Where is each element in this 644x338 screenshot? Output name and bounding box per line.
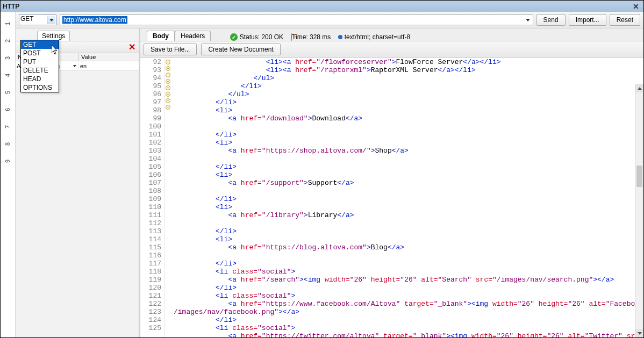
response-tabs: Body Headers ✓ Status: 200 OK Time: 328 … [140, 28, 643, 41]
check-icon: ✓ [230, 33, 238, 41]
http-method-value: GET [20, 15, 34, 23]
import-button[interactable]: Import... [569, 14, 606, 26]
window-titlebar: HTTP ✕ [1, 1, 643, 12]
scroll-up-icon[interactable] [635, 84, 643, 92]
url-text: http://www.altova.com [62, 16, 127, 24]
method-option-get[interactable]: GET [21, 40, 59, 49]
send-button[interactable]: Send [536, 14, 566, 26]
vtab-1[interactable]: 1 [5, 22, 11, 25]
vtab-7[interactable]: 7 [5, 125, 11, 128]
code-content[interactable]: <li><a href="/flowforceserver">FlowForce… [171, 58, 643, 337]
vtab-8[interactable]: 8 [5, 142, 11, 146]
vtab-9[interactable]: 9 [5, 160, 11, 163]
response-panel: Body Headers ✓ Status: 200 OK Time: 328 … [140, 28, 643, 337]
http-method-select[interactable]: GET [19, 15, 56, 25]
close-icon[interactable]: ✕ [631, 2, 641, 11]
content-type-badge: text/html; charset=utf-8 [338, 33, 410, 41]
tab-body[interactable]: Body [147, 31, 175, 41]
vtab-6[interactable]: 6 [5, 108, 11, 111]
dot-icon [338, 35, 342, 39]
request-toolbar: GET http://www.altova.com Send Import...… [16, 12, 643, 28]
chevron-down-icon[interactable] [47, 16, 55, 24]
vtab-5[interactable]: 5 [5, 91, 11, 94]
header-value-cell[interactable]: en [79, 63, 139, 69]
save-to-file-button[interactable]: Save to File... [144, 44, 197, 55]
scrollbar-thumb[interactable] [636, 166, 642, 187]
vertical-scrollbar[interactable] [635, 84, 643, 337]
scroll-down-icon[interactable] [635, 329, 643, 337]
method-option-head[interactable]: HEAD [21, 75, 59, 83]
vtab-4[interactable]: 4 [5, 74, 11, 77]
url-dropdown-icon[interactable] [524, 16, 532, 24]
http-method-dropdown: GET POST PUT DELETE HEAD OPTIONS [20, 40, 59, 92]
method-option-delete[interactable]: DELETE [21, 66, 59, 75]
status-badge: ✓ Status: 200 OK [230, 33, 283, 41]
tab-headers[interactable]: Headers [175, 31, 211, 41]
col-header-value: Value [79, 53, 139, 61]
fold-gutter [165, 58, 171, 337]
line-number-gutter: 9293949596979899100101102103104105106107… [140, 58, 165, 337]
create-new-document-button[interactable]: Create New Document [201, 44, 280, 55]
method-option-post[interactable]: POST [21, 49, 59, 57]
vertical-tabstrip: 1 2 3 4 5 6 7 8 9 [1, 12, 16, 337]
time-badge: Time: 328 ms [291, 33, 331, 41]
delete-icon[interactable]: ✕ [128, 42, 135, 52]
code-editor[interactable]: 9293949596979899100101102103104105106107… [140, 58, 643, 337]
chevron-down-icon[interactable] [73, 65, 76, 67]
window-title: HTTP [3, 3, 19, 10]
vtab-2[interactable]: 2 [5, 39, 11, 42]
method-option-options[interactable]: OPTIONS [21, 83, 59, 92]
method-option-put[interactable]: PUT [21, 57, 59, 66]
reset-button[interactable]: Reset [610, 14, 640, 26]
url-input[interactable]: http://www.altova.com [60, 15, 533, 25]
vtab-3[interactable]: 3 [5, 56, 11, 60]
